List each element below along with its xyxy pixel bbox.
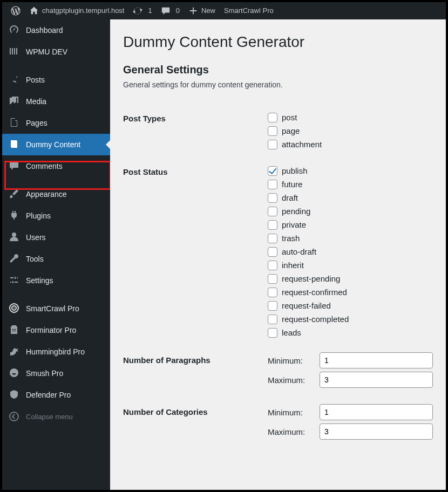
sidebar-item-tools[interactable]: Tools: [2, 248, 110, 270]
adminbar-comments-count: 0: [176, 2, 180, 19]
update-icon: [133, 6, 142, 16]
sidebar-item-settings[interactable]: Settings: [2, 270, 110, 291]
post-status-checkbox-draft[interactable]: [268, 193, 277, 203]
sidebar-item-dummy[interactable]: Dummy Content: [2, 134, 110, 155]
sidebar-item-label: Dashboard: [26, 26, 63, 35]
adminbar-wp-logo[interactable]: [6, 6, 25, 16]
post-status-option: request-completed: [268, 312, 433, 326]
post-status-checkbox-request-confirmed[interactable]: [268, 288, 277, 297]
post-type-option: post: [268, 111, 433, 124]
post-status-checkbox-request-completed[interactable]: [268, 315, 277, 324]
post-status-checkbox-auto-draft[interactable]: [268, 247, 277, 257]
post-type-checkbox-attachment[interactable]: [268, 140, 277, 149]
post-status-option: draft: [268, 191, 433, 204]
book-icon: [9, 139, 19, 151]
collapse-menu-button[interactable]: Collapse menu: [2, 406, 110, 427]
media-icon: [9, 95, 19, 108]
page-title: Dummy Content Generator: [123, 33, 433, 51]
post-status-option-label: inherit: [282, 261, 304, 270]
post-status-option: request-pending: [268, 272, 433, 285]
post-status-checkbox-trash[interactable]: [268, 234, 277, 243]
post-status-option: private: [268, 218, 433, 231]
post-status-checkbox-publish[interactable]: [268, 166, 277, 176]
post-status-option-label: request-pending: [282, 274, 340, 283]
post-status-option-label: future: [282, 180, 302, 189]
num-paragraphs-max-input[interactable]: [320, 372, 433, 388]
sidebar-item-label: SmartCrawl Pro: [26, 304, 79, 313]
section-title: General Settings: [123, 64, 433, 76]
adminbar-site-home[interactable]: chatgptplugin.tempurl.host: [25, 2, 128, 19]
post-status-options: publishfuturedraftpendingprivatetrashaut…: [268, 158, 433, 346]
menu-separator: [2, 177, 110, 183]
field-label-num-paragraphs: Number of Paragraphs: [123, 346, 268, 398]
sidebar-item-label: Comments: [26, 162, 63, 170]
sidebar-item-smush[interactable]: Smush Pro: [2, 363, 110, 384]
adminbar-comments[interactable]: 0: [157, 2, 184, 19]
post-status-checkbox-leads[interactable]: [268, 328, 277, 338]
sidebar-item-media[interactable]: Media: [2, 91, 110, 112]
sidebar-item-plugins[interactable]: Plugins: [2, 205, 110, 227]
sidebar-item-wpmudev[interactable]: WPMU DEV: [2, 41, 110, 63]
post-status-option-label: leads: [282, 328, 301, 337]
sidebar-item-forminator[interactable]: Forminator Pro: [2, 319, 110, 341]
menu-separator: [2, 291, 110, 298]
num-paragraphs-min-label: Minimum:: [268, 356, 315, 365]
num-paragraphs-min-input[interactable]: [320, 352, 433, 368]
post-type-checkbox-post[interactable]: [268, 113, 277, 122]
sidebar-item-users[interactable]: Users: [2, 227, 110, 248]
post-status-option: request-failed: [268, 299, 433, 312]
clipboard-icon: [9, 324, 19, 337]
adminbar-site-name: chatgptplugin.tempurl.host: [42, 2, 124, 19]
post-status-checkbox-future[interactable]: [268, 180, 277, 189]
wpmudev-icon: [9, 46, 19, 58]
sidebar-item-appearance[interactable]: Appearance: [2, 183, 110, 205]
post-status-checkbox-pending[interactable]: [268, 207, 277, 216]
sidebar-item-label: Dummy Content: [26, 140, 80, 149]
field-label-num-categories: Number of Categories: [123, 398, 268, 449]
num-categories-max-input[interactable]: [320, 423, 433, 440]
sidebar-item-dashboard[interactable]: Dashboard: [2, 19, 110, 41]
post-types-options: postpageattachment: [268, 104, 433, 158]
sidebar-item-label: Appearance: [26, 190, 67, 199]
plus-icon: [188, 6, 198, 16]
post-status-option-label: pending: [282, 207, 310, 216]
post-status-checkbox-private[interactable]: [268, 220, 277, 230]
post-status-option: auto-draft: [268, 245, 433, 258]
post-type-option-label: page: [282, 126, 300, 135]
post-status-checkbox-request-pending[interactable]: [268, 274, 277, 284]
num-categories-inputs: Minimum: Maximum:: [268, 398, 433, 449]
wrench-icon: [9, 253, 19, 265]
sidebar-item-defender[interactable]: Defender Pro: [2, 384, 110, 406]
dashboard-icon: [9, 24, 19, 37]
bird-icon: [9, 346, 19, 358]
user-icon: [9, 231, 19, 244]
post-status-option-label: request-confirmed: [282, 288, 347, 297]
menu-separator: [2, 63, 110, 69]
wordpress-icon: [11, 6, 21, 16]
sidebar-item-hummingbird[interactable]: Hummingbird Pro: [2, 341, 110, 363]
post-status-option-label: private: [282, 220, 306, 229]
svg-point-3: [13, 307, 15, 309]
num-categories-max-label: Maximum:: [268, 427, 315, 436]
pages-icon: [9, 117, 19, 129]
comment-icon: [161, 6, 171, 16]
sidebar-item-label: Plugins: [26, 211, 51, 220]
page-content: Dummy Content Generator General Settings…: [110, 19, 446, 490]
num-categories-min-input[interactable]: [320, 404, 433, 420]
post-status-option: inherit: [268, 258, 433, 272]
sidebar-item-comments[interactable]: Comments: [2, 155, 110, 177]
adminbar-smartcrawl[interactable]: SmartCrawl Pro: [220, 2, 278, 19]
sidebar-item-smartcrawl[interactable]: SmartCrawl Pro: [2, 298, 110, 319]
num-paragraphs-inputs: Minimum: Maximum:: [268, 346, 433, 398]
sidebar-item-posts[interactable]: Posts: [2, 69, 110, 91]
post-status-checkbox-request-failed[interactable]: [268, 301, 277, 311]
field-label-post-status: Post Status: [123, 158, 268, 346]
adminbar-new[interactable]: New: [184, 2, 220, 19]
sidebar-item-label: WPMU DEV: [26, 47, 67, 56]
sidebar-item-pages[interactable]: Pages: [2, 112, 110, 134]
post-type-option: page: [268, 124, 433, 138]
post-status-checkbox-inherit[interactable]: [268, 261, 277, 270]
adminbar-updates[interactable]: 1: [128, 2, 156, 19]
svg-point-0: [12, 233, 16, 237]
post-type-checkbox-page[interactable]: [268, 126, 277, 136]
